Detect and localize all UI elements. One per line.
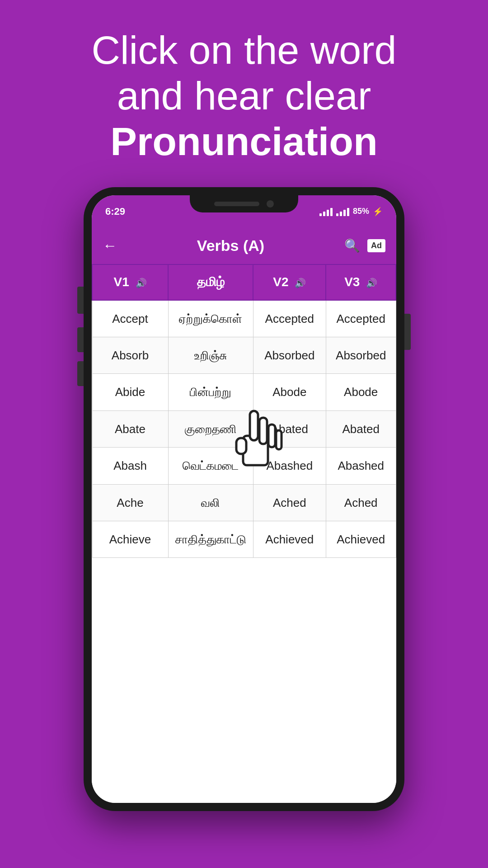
cell-v1[interactable]: Abate bbox=[92, 410, 168, 447]
cell-v2[interactable]: Achieved bbox=[253, 521, 326, 557]
cell-v2[interactable]: Accepted bbox=[253, 300, 326, 337]
cell-v2[interactable]: Abated bbox=[253, 410, 326, 447]
cell-v1[interactable]: Abash bbox=[92, 448, 168, 484]
app-header: ← Verbs (A) 🔍 Ad bbox=[92, 228, 396, 264]
verbs-table-container: V1 🔊 தமிழ் V2 🔊 V3 🔊 bbox=[92, 264, 396, 803]
cell-v2[interactable]: Abashed bbox=[253, 448, 326, 484]
back-button[interactable]: ← bbox=[103, 237, 117, 254]
phone-mockup: 6:29 85% ⚡ bbox=[84, 187, 404, 811]
cell-tamil: ஏற்றுக்கொள் bbox=[168, 300, 253, 337]
volume-up-button bbox=[77, 327, 84, 352]
col-header-tamil: தமிழ் bbox=[168, 264, 253, 300]
cell-v1[interactable]: Abide bbox=[92, 374, 168, 410]
volume-down-button bbox=[77, 361, 84, 386]
v1-sound-icon[interactable]: 🔊 bbox=[136, 278, 147, 288]
notch-pill bbox=[214, 202, 259, 206]
cell-tamil: உறிஞ்சு bbox=[168, 337, 253, 373]
verbs-table: V1 🔊 தமிழ் V2 🔊 V3 🔊 bbox=[92, 264, 396, 558]
notch bbox=[190, 195, 298, 212]
cell-v1[interactable]: Accept bbox=[92, 300, 168, 337]
signal-icon-2 bbox=[336, 207, 349, 216]
cell-v1[interactable]: Absorb bbox=[92, 337, 168, 373]
cell-tamil: சாதித்துகாட்டு bbox=[168, 521, 253, 557]
col-header-v3: V3 🔊 bbox=[326, 264, 396, 300]
cell-tamil: பின்பற்று bbox=[168, 374, 253, 410]
cell-v3[interactable]: Ached bbox=[326, 484, 396, 521]
header-actions: 🔍 Ad bbox=[344, 238, 385, 253]
battery-bolt-icon: ⚡ bbox=[373, 207, 383, 217]
status-time: 6:29 bbox=[105, 206, 125, 217]
app-title: Verbs (A) bbox=[197, 237, 264, 255]
headline-section: Click on the word and hear clear Pronunc… bbox=[0, 0, 488, 178]
cell-v3[interactable]: Absorbed bbox=[326, 337, 396, 373]
v3-sound-icon[interactable]: 🔊 bbox=[366, 278, 377, 288]
col-header-v1: V1 🔊 bbox=[92, 264, 168, 300]
table-row: Accept ஏற்றுக்கொள் Accepted Accepted bbox=[92, 300, 396, 337]
cell-v3[interactable]: Abashed bbox=[326, 448, 396, 484]
table-row: Abide பின்பற்று Abode Abode bbox=[92, 374, 396, 410]
phone-wrapper: 6:29 85% ⚡ bbox=[77, 178, 411, 868]
headline-line3: Pronunciation bbox=[110, 119, 378, 164]
table-row: Ache வலி Ached Ached bbox=[92, 484, 396, 521]
cell-v3[interactable]: Abated bbox=[326, 410, 396, 447]
v2-sound-icon[interactable]: 🔊 bbox=[295, 278, 306, 288]
signal-icon bbox=[319, 207, 333, 216]
table-row: Abate குறைதணி Abated Abated bbox=[92, 410, 396, 447]
table-row: Achieve சாதித்துகாட்டு Achieved Achieved bbox=[92, 521, 396, 557]
headline-line1: Click on the word bbox=[92, 28, 397, 72]
cell-v2[interactable]: Absorbed bbox=[253, 337, 326, 373]
table-row: Abash வெட்கமடை Abashed Abashed bbox=[92, 448, 396, 484]
status-icons: 85% ⚡ bbox=[319, 207, 383, 217]
cell-v2[interactable]: Abode bbox=[253, 374, 326, 410]
headline-text: Click on the word and hear clear Pronunc… bbox=[27, 27, 461, 165]
col-header-v2: V2 🔊 bbox=[253, 264, 326, 300]
cell-v1[interactable]: Ache bbox=[92, 484, 168, 521]
table-row: Absorb உறிஞ்சு Absorbed Absorbed bbox=[92, 337, 396, 373]
cell-v3[interactable]: Abode bbox=[326, 374, 396, 410]
battery-indicator: 85% bbox=[353, 207, 369, 216]
status-bar: 6:29 85% ⚡ bbox=[92, 195, 396, 228]
headline-line2: and hear clear bbox=[117, 73, 371, 118]
ad-badge: Ad bbox=[367, 239, 385, 252]
notch-dot bbox=[267, 200, 274, 208]
cell-tamil: வலி bbox=[168, 484, 253, 521]
search-button[interactable]: 🔍 bbox=[344, 238, 360, 253]
cell-v2[interactable]: Ached bbox=[253, 484, 326, 521]
cell-tamil: குறைதணி bbox=[168, 410, 253, 447]
cell-v3[interactable]: Achieved bbox=[326, 521, 396, 557]
cell-tamil: வெட்கமடை bbox=[168, 448, 253, 484]
cell-v1[interactable]: Achieve bbox=[92, 521, 168, 557]
cell-v3[interactable]: Accepted bbox=[326, 300, 396, 337]
phone-screen: 6:29 85% ⚡ bbox=[92, 195, 396, 803]
